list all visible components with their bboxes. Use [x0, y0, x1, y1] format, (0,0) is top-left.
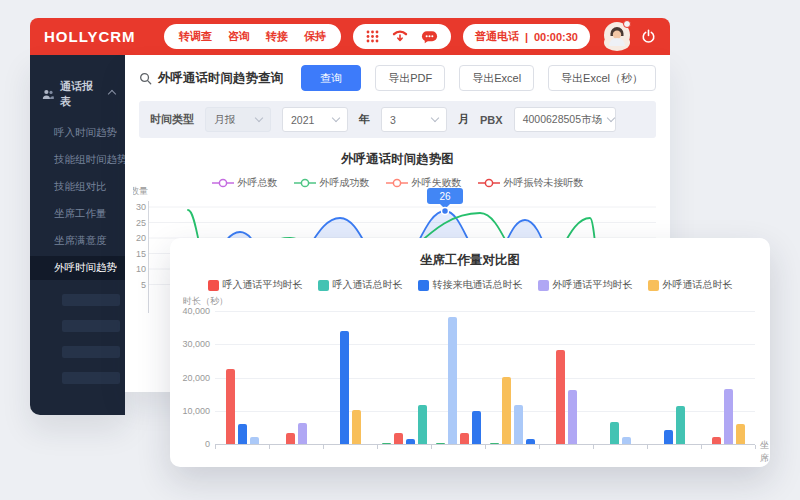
call-timer: 00:00:30	[534, 31, 578, 43]
x-axis-tick	[485, 445, 486, 449]
header-icons-pill	[353, 24, 451, 49]
bar[interactable]	[394, 433, 403, 444]
power-icon[interactable]	[641, 29, 656, 44]
call-action-button[interactable]: 保持	[304, 29, 326, 44]
avatar[interactable]	[604, 34, 630, 51]
chevron-down-icon	[332, 114, 340, 122]
year-select[interactable]: 2021	[282, 107, 348, 132]
bar[interactable]	[526, 439, 535, 444]
bar[interactable]	[382, 443, 391, 444]
bar[interactable]	[502, 377, 511, 444]
bar[interactable]	[406, 439, 415, 444]
sidebar-item-active[interactable]: 外呼时间趋势	[30, 256, 125, 280]
x-axis-tick	[377, 445, 378, 449]
bar[interactable]	[610, 422, 619, 444]
bar[interactable]	[664, 430, 673, 444]
y-tick-label: 15	[136, 249, 146, 259]
sidebar-item[interactable]: 坐席工作量	[30, 202, 125, 226]
bar[interactable]	[724, 389, 733, 444]
sidebar-item[interactable]: 坐席满意度	[30, 229, 125, 253]
y-tick-label: 30,000	[170, 339, 210, 349]
pbx-label: PBX	[480, 114, 503, 126]
month-value: 3	[390, 114, 396, 126]
year-unit-label: 年	[359, 112, 370, 127]
bar[interactable]	[460, 433, 469, 444]
sidebar-item[interactable]: 技能组时间趋势	[30, 148, 125, 172]
time-type-select[interactable]: 月报	[205, 107, 271, 132]
bar[interactable]	[556, 350, 565, 444]
line-chart-ylabel: 数量	[133, 186, 148, 196]
bar[interactable]	[568, 390, 577, 444]
month-select[interactable]: 3	[381, 107, 447, 132]
sidebar: 通话报表 呼入时间趋势技能组时间趋势技能组对比坐席工作量坐席满意度外呼时间趋势	[30, 55, 125, 415]
bar-group	[215, 311, 269, 444]
y-tick-label: 25	[136, 218, 146, 228]
x-axis-tick	[323, 445, 324, 449]
presence-dot	[623, 20, 631, 28]
chevron-down-icon	[431, 114, 439, 122]
bar[interactable]	[226, 369, 235, 444]
bar[interactable]	[298, 423, 307, 444]
query-buttons: 查询 导出PDF导出Excel导出Excel（秒）	[301, 65, 656, 91]
sidebar-skeleton	[62, 294, 120, 306]
y-tick-label: 10	[136, 264, 146, 274]
call-action-button[interactable]: 转调查	[179, 29, 212, 44]
bar[interactable]	[736, 424, 745, 444]
pbx-select[interactable]: 4000628505市场	[514, 107, 616, 132]
page: HOLLYCRM 转调查咨询转接保持	[0, 0, 800, 500]
query-header-row: 外呼通话时间趋势查询 查询 导出PDF导出Excel导出Excel（秒）	[125, 55, 670, 101]
bar[interactable]	[340, 331, 349, 444]
chevron-down-icon	[607, 114, 615, 122]
call-action-button[interactable]: 咨询	[228, 29, 250, 44]
sidebar-skeleton	[62, 372, 120, 384]
bar-group	[269, 311, 323, 444]
bar[interactable]	[622, 437, 631, 444]
query-title-wrap: 外呼通话时间趋势查询	[139, 70, 283, 87]
x-axis-tick	[647, 445, 648, 449]
y-tick-label: 20	[136, 233, 146, 243]
chat-icon[interactable]	[421, 30, 438, 44]
sidebar-item[interactable]: 技能组对比	[30, 175, 125, 199]
search-button[interactable]: 查询	[301, 65, 361, 91]
bar[interactable]	[448, 317, 457, 444]
y-tick-label: 10,000	[170, 406, 210, 416]
pbx-value: 4000628505市场	[523, 113, 602, 127]
export-button[interactable]: 导出PDF	[375, 65, 445, 91]
x-axis-tick	[431, 445, 432, 449]
bar[interactable]	[352, 410, 361, 444]
sidebar-group-call-reports[interactable]: 通话报表	[30, 79, 125, 109]
call-action-button[interactable]: 转接	[266, 29, 288, 44]
bar[interactable]	[286, 433, 295, 444]
bars-area	[215, 311, 755, 444]
bar-chart-plot: 时长（秒） 坐席 40,00030,00020,00010,0000	[170, 238, 770, 467]
time-type-value: 月报	[214, 113, 235, 127]
sidebar-item[interactable]: 呼入时间趋势	[30, 121, 125, 145]
export-button[interactable]: 导出Excel（秒）	[548, 65, 656, 91]
bar[interactable]	[712, 437, 721, 444]
chevron-up-icon	[108, 90, 116, 98]
data-point-marker	[442, 208, 449, 215]
bar[interactable]	[238, 424, 247, 444]
bar[interactable]	[472, 411, 481, 444]
query-title: 外呼通话时间趋势查询	[158, 70, 283, 87]
bar[interactable]	[676, 406, 685, 444]
y-tick-label: 30	[136, 202, 146, 212]
bar[interactable]	[436, 443, 445, 444]
bar[interactable]	[490, 443, 499, 444]
export-button[interactable]: 导出Excel	[459, 65, 534, 91]
sidebar-group-label: 通话报表	[60, 79, 103, 109]
tooltip-value: 26	[439, 191, 451, 202]
bar[interactable]	[418, 405, 427, 444]
bar[interactable]	[514, 405, 523, 444]
top-header: HOLLYCRM 转调查咨询转接保持	[30, 18, 670, 55]
bar-chart-xlabel: 坐席	[760, 439, 770, 465]
bar-group	[701, 311, 755, 444]
year-value: 2021	[291, 114, 314, 126]
phone-down-icon[interactable]	[392, 30, 408, 43]
bar[interactable]	[250, 437, 259, 444]
bar-group	[377, 311, 431, 444]
user-group-icon	[42, 89, 54, 100]
bar-chart-card: 坐席工作量对比图 呼入通话平均时长呼入通话总时长转接来电通话总时长外呼通话平均时…	[170, 238, 770, 467]
grid-icon[interactable]	[366, 30, 379, 43]
phone-mode-label: 普通电话	[475, 29, 519, 44]
